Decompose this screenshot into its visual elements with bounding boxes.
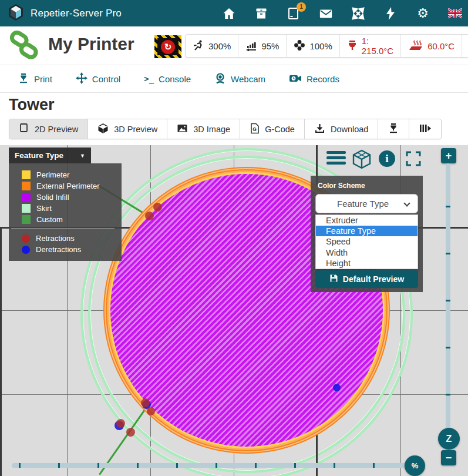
heated-bed-icon <box>408 39 423 53</box>
printer-stats-bar: 300% 95% 100% <box>185 34 468 58</box>
svg-text:G: G <box>252 126 257 132</box>
view-3d-image-button[interactable]: 3D Image <box>167 119 240 139</box>
emergency-stop-button[interactable]: ↻ <box>154 35 181 58</box>
printer-menu-button[interactable] <box>462 35 468 57</box>
tab-records[interactable]: Records <box>289 72 339 86</box>
color-swatch <box>22 170 31 179</box>
color-scheme-options: Extruder Feature Type Speed Width Height <box>315 214 418 269</box>
legend-item: Solid Infill <box>9 192 122 203</box>
square-outline-icon <box>19 123 29 135</box>
download-button[interactable]: Download <box>304 119 378 139</box>
view-3d-preview-button[interactable]: 3D Preview <box>87 119 167 139</box>
color-scheme-selected-value: Feature Type <box>337 199 389 209</box>
retraction-dot <box>153 203 162 212</box>
printer-messages-icon[interactable]: 1 <box>287 6 301 21</box>
fan-icon <box>294 39 305 53</box>
chevron-down-icon: ▼ <box>80 153 85 159</box>
print-icon <box>18 72 29 86</box>
option-width[interactable]: Width <box>316 247 418 258</box>
emergency-stop-icon: ↻ <box>161 40 175 54</box>
slider-tick <box>19 463 21 468</box>
legend-item-label: External Perimeter <box>36 182 100 190</box>
color-scheme-select[interactable]: Feature Type <box>315 194 418 213</box>
power-bolt-icon[interactable] <box>383 6 398 21</box>
retraction-dot <box>145 212 154 220</box>
legend-marker: Retractions <box>9 233 122 244</box>
option-speed[interactable]: Speed <box>316 236 418 247</box>
legend-title: Feature Type <box>15 151 63 160</box>
save-floppy-icon <box>329 274 338 284</box>
download-label: Download <box>331 125 369 134</box>
legend-header[interactable]: Feature Type ▼ <box>9 148 91 163</box>
navbar-icons: 1 ⚙ <box>222 0 462 26</box>
legend-body: Perimeter External Perimeter Solid Infil… <box>9 163 122 261</box>
tab-control[interactable]: Control <box>76 72 120 86</box>
legend-marker: Deretractions <box>9 244 122 255</box>
flow-multiplier-button[interactable]: 95% <box>238 35 286 57</box>
legend-marker-label: Retractions <box>36 234 75 243</box>
webcam-icon <box>214 72 226 86</box>
bed-temp-value: 60.0°C <box>427 41 454 51</box>
language-flag-icon[interactable] <box>448 6 462 21</box>
option-extruder[interactable]: Extruder <box>316 215 418 226</box>
fan-speed-button[interactable]: 100% <box>286 35 339 57</box>
retraction-dot <box>147 407 155 415</box>
view-gcode-label: G-Code <box>265 125 295 134</box>
slider-tick <box>446 253 450 254</box>
tab-print[interactable]: Print <box>18 72 52 86</box>
mail-icon[interactable] <box>319 6 333 21</box>
records-camera-icon <box>289 72 302 86</box>
slider-tick <box>446 394 450 395</box>
gcode-file-icon: G <box>250 123 260 136</box>
extruder-temp-button[interactable]: 1: 215.0°C <box>339 35 400 57</box>
slider-tick <box>334 463 335 468</box>
canvas-3d-cube-icon[interactable] <box>351 149 372 172</box>
color-swatch <box>22 193 31 202</box>
settings-gear-icon[interactable]: ⚙ <box>416 6 430 21</box>
legend-item: Perimeter <box>9 169 122 180</box>
color-scheme-title: Color Scheme <box>311 176 423 190</box>
bed-temp-button[interactable]: 60.0°C <box>400 35 462 57</box>
view-2d-preview-button[interactable]: 2D Preview <box>9 119 87 139</box>
zoom-in-button[interactable]: + <box>441 148 456 163</box>
color-swatch <box>22 204 31 213</box>
expand-arrows-icon[interactable] <box>351 6 365 21</box>
printer-nozzle-icon <box>388 122 399 136</box>
flow-value: 95% <box>261 41 279 51</box>
slider-tick <box>216 463 217 468</box>
option-height[interactable]: Height <box>316 258 418 269</box>
percent-button[interactable]: % <box>405 455 425 476</box>
legend-item-label: Perimeter <box>36 170 69 179</box>
printer-link-icon <box>8 31 40 63</box>
legend-item: External Perimeter <box>9 180 122 192</box>
brand[interactable]: Repetier-Server Pro <box>0 4 122 24</box>
horizontal-progress-slider[interactable] <box>12 463 412 468</box>
legend-item: Skirt <box>9 203 122 214</box>
option-feature-type[interactable]: Feature Type <box>316 226 418 236</box>
preview-canvas[interactable]: Feature Type ▼ Perimeter External Perime… <box>0 145 468 476</box>
view-buttons: 2D Preview 3D Preview 3D Image G <box>9 119 442 139</box>
view-gcode-button[interactable]: G G-Code <box>240 119 304 139</box>
fullscreen-icon[interactable] <box>405 150 422 169</box>
tab-console[interactable]: >_ Console <box>144 74 191 84</box>
feature-legend: Feature Type ▼ Perimeter External Perime… <box>9 148 122 261</box>
zoom-out-button[interactable]: − <box>441 450 456 465</box>
speed-multiplier-button[interactable]: 300% <box>186 35 238 57</box>
deretraction-marker-icon <box>22 246 30 254</box>
z-layer-button[interactable]: Z <box>438 428 460 450</box>
legend-item-label: Skirt <box>36 204 52 213</box>
archive-box-icon[interactable] <box>254 6 268 21</box>
legend-item-label: Solid Infill <box>36 193 69 202</box>
default-preview-label: Default Preview <box>343 274 404 284</box>
home-icon[interactable] <box>222 6 236 21</box>
app-title: Repetier-Server Pro <box>31 8 122 19</box>
legend-marker-label: Deretractions <box>36 245 81 254</box>
default-preview-button[interactable]: Default Preview <box>315 270 418 288</box>
canvas-menu-icon[interactable] <box>326 151 346 165</box>
layers-play-button[interactable] <box>409 119 441 139</box>
info-icon[interactable]: i <box>379 150 395 167</box>
reprint-button[interactable] <box>378 119 409 139</box>
tab-webcam[interactable]: Webcam <box>214 72 265 86</box>
slider-tick <box>446 206 450 207</box>
vertical-zoom-slider[interactable] <box>446 163 450 461</box>
